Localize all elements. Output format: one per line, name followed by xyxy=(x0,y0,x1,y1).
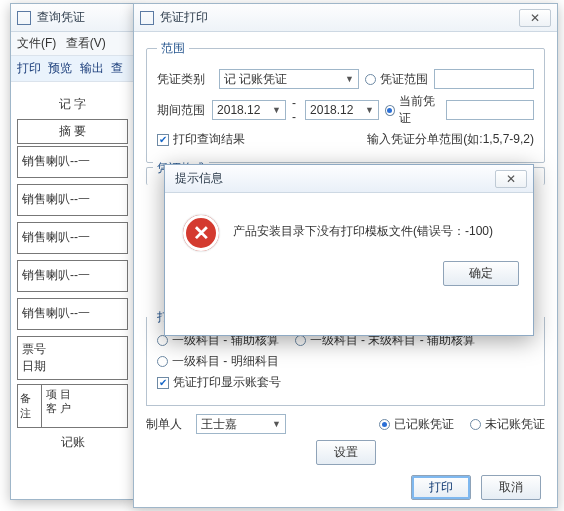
window-title: 凭证打印 xyxy=(160,9,519,26)
message-dialog: 提示信息 ✕ ✕ 产品安装目录下没有打印模板文件(错误号：-100) 确定 xyxy=(164,164,534,336)
range-hint: 输入凭证分单范围(如:1,5,7-9,2) xyxy=(367,131,534,148)
menubar: 文件(F) 查看(V) xyxy=(11,32,134,56)
table-row[interactable]: 销售喇叭--一 xyxy=(17,298,128,330)
settings-button[interactable]: 设置 xyxy=(316,440,376,465)
menu-view[interactable]: 查看(V) xyxy=(66,36,106,50)
chevron-down-icon: ▼ xyxy=(272,105,281,115)
dialog-message: 产品安装目录下没有打印模板文件(错误号：-100) xyxy=(233,215,493,240)
footer-label: 记账 xyxy=(17,434,128,451)
check-print-query-result[interactable]: 打印查询结果 xyxy=(157,131,245,148)
period-label: 期间范围 xyxy=(157,102,206,119)
period-from-combo[interactable]: 2018.12 ▼ xyxy=(212,100,286,120)
voucher-range-input[interactable] xyxy=(434,69,534,89)
period-to-value: 2018.12 xyxy=(310,103,353,117)
app-icon xyxy=(17,11,31,25)
dialog-titlebar[interactable]: 提示信息 ✕ xyxy=(165,165,533,193)
toolbar-more[interactable]: 查 xyxy=(111,61,123,75)
toolbar: 打印 预览 输出 查 xyxy=(11,56,134,82)
voucher-type-combo[interactable]: 记 记账凭证 ▼ xyxy=(219,69,359,89)
period-to-combo[interactable]: 2018.12 ▼ xyxy=(305,100,379,120)
titlebar[interactable]: 凭证打印 ✕ xyxy=(134,4,557,32)
range-legend: 范围 xyxy=(157,40,189,57)
radio-detail[interactable]: 一级科目 - 明细科目 xyxy=(157,353,279,370)
table-row[interactable]: 销售喇叭--一 xyxy=(17,184,128,216)
remark-line: 客 户 xyxy=(46,401,123,415)
toolbar-export[interactable]: 输出 xyxy=(80,61,104,75)
range-group: 范围 凭证类别 记 记账凭证 ▼ 凭证范围 期间范围 2018.12 ▼ -- xyxy=(146,40,545,163)
header-summary: 摘 要 xyxy=(17,119,128,144)
dialog-title: 提示信息 xyxy=(171,170,495,187)
maker-combo[interactable]: 王士嘉 ▼ xyxy=(196,414,286,434)
close-icon[interactable]: ✕ xyxy=(495,170,527,188)
query-voucher-window: 查询凭证 文件(F) 查看(V) 打印 预览 输出 查 记 字 摘 要 销售喇叭… xyxy=(10,3,135,500)
radio-current-voucher[interactable]: 当前凭证 xyxy=(385,93,440,127)
table-row[interactable]: 销售喇叭--一 xyxy=(17,260,128,292)
table-row[interactable]: 销售喇叭--一 xyxy=(17,222,128,254)
period-from-value: 2018.12 xyxy=(217,103,260,117)
header-type: 记 字 xyxy=(17,96,128,113)
current-voucher-input[interactable] xyxy=(446,100,534,120)
toolbar-print[interactable]: 打印 xyxy=(17,61,41,75)
bill-no-label: 票号 xyxy=(22,341,123,358)
radio-unposted[interactable]: 未记账凭证 xyxy=(470,416,545,433)
maker-label: 制单人 xyxy=(146,416,190,433)
titlebar[interactable]: 查询凭证 xyxy=(11,4,134,32)
remark-box: 备注 项 目 客 户 xyxy=(17,384,128,428)
remark-label: 备注 xyxy=(18,385,42,427)
chevron-down-icon: ▼ xyxy=(365,105,374,115)
content-area: 记 字 摘 要 销售喇叭--一 销售喇叭--一 销售喇叭--一 销售喇叭--一 … xyxy=(11,82,134,457)
bill-date-label: 日期 xyxy=(22,358,123,375)
radio-voucher-range[interactable]: 凭证范围 xyxy=(365,71,428,88)
bill-box: 票号 日期 xyxy=(17,336,128,380)
cancel-button[interactable]: 取消 xyxy=(481,475,541,500)
app-icon xyxy=(140,11,154,25)
radio-posted[interactable]: 已记账凭证 xyxy=(379,416,454,433)
remark-line: 项 目 xyxy=(46,387,123,401)
ok-button[interactable]: 确定 xyxy=(443,261,519,286)
voucher-type-label: 凭证类别 xyxy=(157,71,213,88)
print-button[interactable]: 打印 xyxy=(411,475,471,500)
voucher-type-value: 记 记账凭证 xyxy=(224,71,287,88)
chevron-down-icon: ▼ xyxy=(345,74,354,84)
toolbar-preview[interactable]: 预览 xyxy=(48,61,72,75)
chevron-down-icon: ▼ xyxy=(272,419,281,429)
maker-value: 王士嘉 xyxy=(201,416,237,433)
window-title: 查询凭证 xyxy=(37,9,128,26)
close-icon[interactable]: ✕ xyxy=(519,9,551,27)
error-icon: ✕ xyxy=(183,215,219,251)
menu-file[interactable]: 文件(F) xyxy=(17,36,56,50)
table-row[interactable]: 销售喇叭--一 xyxy=(17,146,128,178)
check-show-book[interactable]: 凭证打印显示账套号 xyxy=(157,374,281,391)
